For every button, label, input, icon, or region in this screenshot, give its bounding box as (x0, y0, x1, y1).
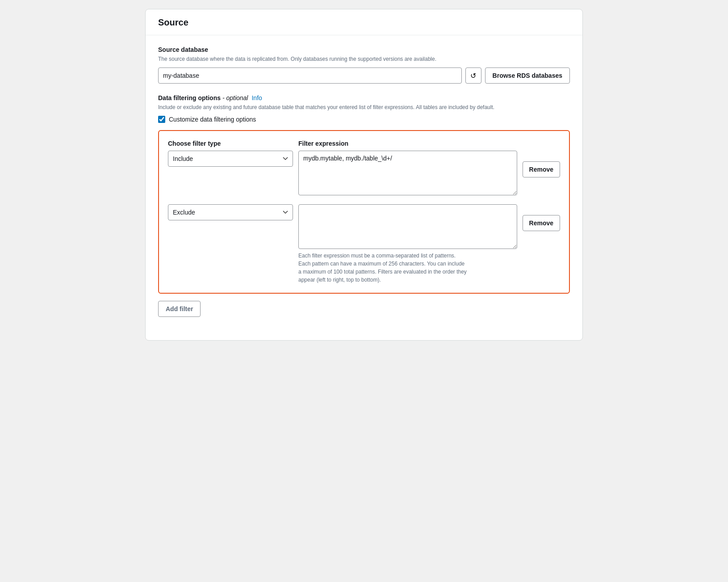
filter-type-header: Choose filter type (168, 140, 293, 147)
filter-expression-col-1: mydb.mytable, mydb./table_\d+/ (298, 151, 517, 195)
filter-hint: Each filter expression must be a comma-s… (298, 252, 468, 284)
filter-type-select-1[interactable]: Include Exclude (168, 151, 293, 167)
filter-type-col-2: Include Exclude (168, 204, 293, 220)
customize-filtering-label[interactable]: Customize data filtering options (169, 116, 256, 123)
info-link[interactable]: Info (251, 94, 262, 101)
customize-filtering-checkbox[interactable] (158, 116, 165, 123)
filtering-optional: - optional (222, 94, 248, 101)
remove-filter-button-2[interactable]: Remove (523, 215, 560, 231)
source-panel: Source Source database The source databa… (145, 9, 583, 341)
source-database-group: Source database The source database wher… (158, 46, 570, 84)
filter-row-2: Include Exclude Each filter expression m… (168, 204, 560, 284)
add-filter-button[interactable]: Add filter (158, 301, 201, 317)
database-input[interactable] (158, 67, 462, 84)
filter-container: Choose filter type Filter expression Inc… (158, 130, 570, 294)
filtering-label-row: Data filtering options - optional Info (158, 94, 570, 101)
filter-row-1: Include Exclude mydb.mytable, mydb./tabl… (168, 151, 560, 195)
source-database-label: Source database (158, 46, 570, 53)
section-title: Source (158, 17, 570, 28)
filter-headers-row: Choose filter type Filter expression (168, 140, 560, 147)
remove-filter-button-1[interactable]: Remove (523, 161, 560, 177)
filter-expression-col-2: Each filter expression must be a comma-s… (298, 204, 517, 284)
customize-filtering-row: Customize data filtering options (158, 116, 570, 123)
filter-expression-header: Filter expression (298, 140, 519, 147)
data-filtering-group: Data filtering options - optional Info I… (158, 94, 570, 317)
filter-expression-textarea-2[interactable] (298, 204, 517, 249)
filter-type-select-2[interactable]: Include Exclude (168, 204, 293, 220)
browse-rds-button[interactable]: Browse RDS databases (485, 67, 570, 84)
filtering-label: Data filtering options - optional (158, 94, 248, 101)
filter-expression-textarea-1[interactable]: mydb.mytable, mydb./table_\d+/ (298, 151, 517, 195)
section-header: Source (146, 9, 582, 35)
filter-type-col-1: Include Exclude (168, 151, 293, 167)
filtering-description: Include or exclude any existing and futu… (158, 103, 570, 111)
refresh-icon: ↺ (470, 72, 476, 80)
section-body: Source database The source database wher… (146, 35, 582, 340)
refresh-button[interactable]: ↺ (465, 67, 481, 84)
database-input-row: ↺ Browse RDS databases (158, 67, 570, 84)
source-database-description: The source database where the data is re… (158, 55, 570, 63)
